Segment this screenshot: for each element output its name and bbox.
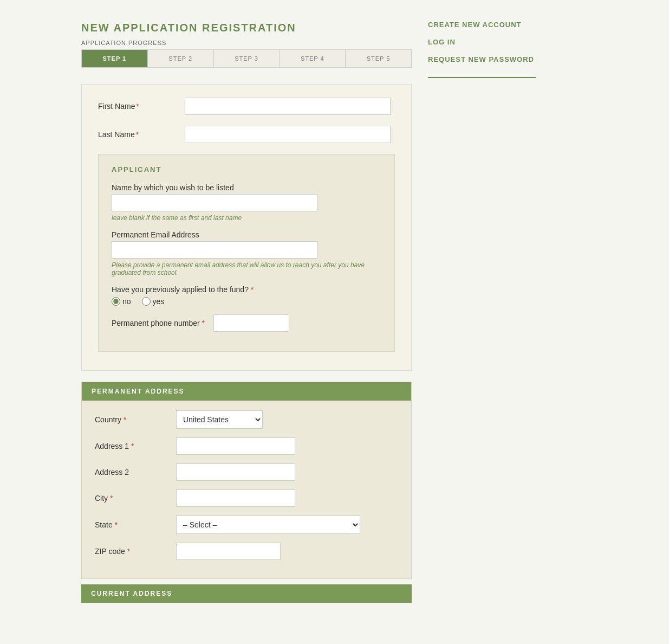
address1-row: Address 1 *: [95, 437, 398, 455]
country-row: Country * United States: [95, 410, 398, 429]
address2-label: Address 2: [95, 468, 165, 476]
city-input[interactable]: [176, 490, 295, 507]
radio-no[interactable]: [112, 297, 120, 306]
last-name-row: Last Name*: [98, 126, 395, 143]
listed-name-hint: leave blank if the same as first and las…: [112, 214, 381, 222]
applicant-section-title: APPLICANT: [112, 165, 381, 173]
form-outer: First Name* Last Name* APPLICANT: [81, 84, 412, 371]
applied-label: Have you previously applied to the fund?…: [112, 285, 381, 294]
country-select[interactable]: United States: [176, 410, 263, 429]
first-name-input[interactable]: [185, 98, 391, 115]
zip-input[interactable]: [176, 543, 281, 560]
first-name-input-wrapper: [185, 98, 395, 115]
phone-row: Permanent phone number *: [112, 314, 381, 332]
listed-name-label: Name by which you wish to be listed: [112, 183, 381, 192]
phone-input[interactable]: [213, 314, 289, 332]
applied-radio-group: no yes: [112, 297, 381, 306]
email-label: Permanent Email Address: [112, 230, 381, 239]
email-input[interactable]: [112, 241, 317, 259]
step-4[interactable]: STEP 4: [280, 50, 346, 67]
zip-label: ZIP code *: [95, 547, 165, 556]
applicant-section: APPLICANT Name by which you wish to be l…: [98, 154, 395, 352]
city-row: City *: [95, 490, 398, 507]
state-select[interactable]: – Select –: [176, 516, 360, 534]
create-account-link[interactable]: CREATE NEW ACCOUNT: [428, 16, 536, 34]
phone-label: Permanent phone number *: [112, 319, 205, 327]
address2-row: Address 2: [95, 463, 398, 481]
first-name-row: First Name*: [98, 98, 395, 115]
step-bar: STEP 1 STEP 2 STEP 3 STEP 4 STEP 5: [81, 49, 412, 68]
step-1[interactable]: STEP 1: [82, 50, 148, 67]
page-title: NEW APPLICATION REGISTRATION: [81, 22, 412, 34]
permanent-address-body: Country * United States Address 1 *: [82, 401, 411, 578]
radio-yes[interactable]: [142, 297, 151, 306]
listed-name-input[interactable]: [112, 194, 317, 211]
applied-field: Have you previously applied to the fund?…: [112, 285, 381, 306]
email-field: Permanent Email Address Please provide a…: [112, 230, 381, 276]
state-label: State *: [95, 520, 165, 529]
last-name-input-wrapper: [185, 126, 395, 143]
log-in-link[interactable]: LOG IN: [428, 34, 536, 51]
country-label: Country *: [95, 415, 165, 424]
radio-no-option[interactable]: no: [112, 297, 131, 306]
radio-yes-option[interactable]: yes: [142, 297, 165, 306]
city-label: City *: [95, 494, 165, 503]
progress-label: APPLICATION PROGRESS: [81, 40, 412, 46]
step-2[interactable]: STEP 2: [148, 50, 214, 67]
listed-name-field: Name by which you wish to be listed leav…: [112, 183, 381, 222]
sidebar: CREATE NEW ACCOUNT LOG IN REQUEST NEW PA…: [428, 11, 536, 614]
email-hint: Please provide a permanent email address…: [112, 261, 381, 276]
first-name-label: First Name*: [98, 98, 185, 111]
current-address-header: CURRENT ADDRESS: [81, 584, 412, 603]
zip-row: ZIP code *: [95, 543, 398, 560]
step-5[interactable]: STEP 5: [346, 50, 411, 67]
address2-input[interactable]: [176, 463, 295, 481]
radio-yes-label: yes: [153, 297, 165, 306]
permanent-address-header: PERMANENT ADDRESS: [82, 382, 411, 401]
last-name-label: Last Name*: [98, 126, 185, 139]
address1-input[interactable]: [176, 437, 295, 455]
sidebar-nav: CREATE NEW ACCOUNT LOG IN REQUEST NEW PA…: [428, 16, 536, 78]
request-password-link[interactable]: REQUEST NEW PASSWORD: [428, 51, 536, 68]
state-row: State * – Select –: [95, 516, 398, 534]
address1-label: Address 1 *: [95, 442, 165, 450]
radio-no-label: no: [122, 297, 131, 306]
step-3[interactable]: STEP 3: [214, 50, 280, 67]
permanent-address-section: PERMANENT ADDRESS Country * United State…: [81, 382, 412, 579]
last-name-input[interactable]: [185, 126, 391, 143]
